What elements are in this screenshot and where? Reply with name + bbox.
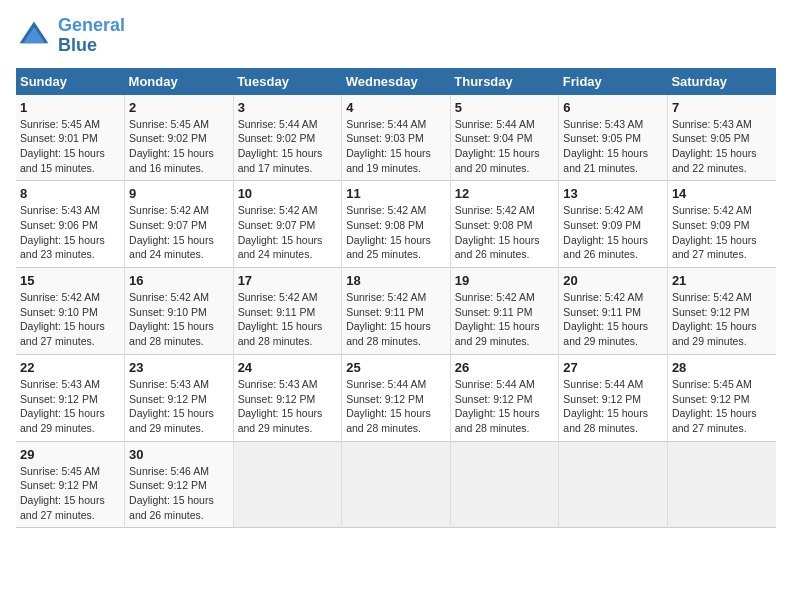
header-tuesday: Tuesday [233,68,342,95]
calendar-week-2: 8Sunrise: 5:43 AM Sunset: 9:06 PM Daylig… [16,181,776,268]
day-number: 5 [455,100,555,115]
day-number: 18 [346,273,446,288]
day-info: Sunrise: 5:43 AM Sunset: 9:12 PM Dayligh… [238,377,338,436]
calendar-cell: 7Sunrise: 5:43 AM Sunset: 9:05 PM Daylig… [667,95,776,181]
calendar-cell: 11Sunrise: 5:42 AM Sunset: 9:08 PM Dayli… [342,181,451,268]
calendar-cell: 16Sunrise: 5:42 AM Sunset: 9:10 PM Dayli… [125,268,234,355]
day-info: Sunrise: 5:42 AM Sunset: 9:11 PM Dayligh… [346,290,446,349]
day-number: 24 [238,360,338,375]
day-number: 4 [346,100,446,115]
calendar-cell: 1Sunrise: 5:45 AM Sunset: 9:01 PM Daylig… [16,95,125,181]
day-number: 23 [129,360,229,375]
calendar-cell [342,441,451,528]
day-number: 28 [672,360,772,375]
day-info: Sunrise: 5:44 AM Sunset: 9:12 PM Dayligh… [455,377,555,436]
day-info: Sunrise: 5:46 AM Sunset: 9:12 PM Dayligh… [129,464,229,523]
day-info: Sunrise: 5:42 AM Sunset: 9:11 PM Dayligh… [455,290,555,349]
calendar-cell: 2Sunrise: 5:45 AM Sunset: 9:02 PM Daylig… [125,95,234,181]
day-number: 19 [455,273,555,288]
day-info: Sunrise: 5:44 AM Sunset: 9:04 PM Dayligh… [455,117,555,176]
day-info: Sunrise: 5:42 AM Sunset: 9:10 PM Dayligh… [129,290,229,349]
calendar-cell: 30Sunrise: 5:46 AM Sunset: 9:12 PM Dayli… [125,441,234,528]
day-info: Sunrise: 5:45 AM Sunset: 9:12 PM Dayligh… [20,464,120,523]
calendar-cell [667,441,776,528]
logo-text: General Blue [58,16,125,56]
day-number: 25 [346,360,446,375]
header-friday: Friday [559,68,668,95]
day-info: Sunrise: 5:43 AM Sunset: 9:05 PM Dayligh… [563,117,663,176]
day-info: Sunrise: 5:43 AM Sunset: 9:06 PM Dayligh… [20,203,120,262]
day-info: Sunrise: 5:42 AM Sunset: 9:11 PM Dayligh… [563,290,663,349]
logo-icon [16,18,52,54]
calendar-cell: 13Sunrise: 5:42 AM Sunset: 9:09 PM Dayli… [559,181,668,268]
day-info: Sunrise: 5:45 AM Sunset: 9:01 PM Dayligh… [20,117,120,176]
day-number: 7 [672,100,772,115]
day-info: Sunrise: 5:42 AM Sunset: 9:07 PM Dayligh… [238,203,338,262]
day-info: Sunrise: 5:42 AM Sunset: 9:07 PM Dayligh… [129,203,229,262]
day-number: 13 [563,186,663,201]
day-info: Sunrise: 5:42 AM Sunset: 9:12 PM Dayligh… [672,290,772,349]
calendar-week-1: 1Sunrise: 5:45 AM Sunset: 9:01 PM Daylig… [16,95,776,181]
day-number: 3 [238,100,338,115]
day-number: 6 [563,100,663,115]
header-sunday: Sunday [16,68,125,95]
day-info: Sunrise: 5:43 AM Sunset: 9:12 PM Dayligh… [129,377,229,436]
calendar-cell: 20Sunrise: 5:42 AM Sunset: 9:11 PM Dayli… [559,268,668,355]
day-number: 27 [563,360,663,375]
day-info: Sunrise: 5:44 AM Sunset: 9:12 PM Dayligh… [346,377,446,436]
day-info: Sunrise: 5:45 AM Sunset: 9:12 PM Dayligh… [672,377,772,436]
day-number: 29 [20,447,120,462]
day-info: Sunrise: 5:42 AM Sunset: 9:10 PM Dayligh… [20,290,120,349]
day-info: Sunrise: 5:45 AM Sunset: 9:02 PM Dayligh… [129,117,229,176]
calendar-cell: 22Sunrise: 5:43 AM Sunset: 9:12 PM Dayli… [16,354,125,441]
calendar-table: SundayMondayTuesdayWednesdayThursdayFrid… [16,68,776,529]
day-info: Sunrise: 5:43 AM Sunset: 9:12 PM Dayligh… [20,377,120,436]
day-info: Sunrise: 5:42 AM Sunset: 9:08 PM Dayligh… [346,203,446,262]
logo: General Blue [16,16,125,56]
calendar-cell: 14Sunrise: 5:42 AM Sunset: 9:09 PM Dayli… [667,181,776,268]
day-info: Sunrise: 5:42 AM Sunset: 9:08 PM Dayligh… [455,203,555,262]
header-thursday: Thursday [450,68,559,95]
calendar-cell: 10Sunrise: 5:42 AM Sunset: 9:07 PM Dayli… [233,181,342,268]
calendar-cell: 9Sunrise: 5:42 AM Sunset: 9:07 PM Daylig… [125,181,234,268]
day-info: Sunrise: 5:44 AM Sunset: 9:12 PM Dayligh… [563,377,663,436]
calendar-cell: 3Sunrise: 5:44 AM Sunset: 9:02 PM Daylig… [233,95,342,181]
calendar-cell [559,441,668,528]
day-number: 22 [20,360,120,375]
day-number: 26 [455,360,555,375]
day-info: Sunrise: 5:43 AM Sunset: 9:05 PM Dayligh… [672,117,772,176]
day-number: 21 [672,273,772,288]
header: General Blue [16,16,776,56]
calendar-cell: 25Sunrise: 5:44 AM Sunset: 9:12 PM Dayli… [342,354,451,441]
calendar-cell: 19Sunrise: 5:42 AM Sunset: 9:11 PM Dayli… [450,268,559,355]
calendar-cell: 27Sunrise: 5:44 AM Sunset: 9:12 PM Dayli… [559,354,668,441]
day-info: Sunrise: 5:42 AM Sunset: 9:09 PM Dayligh… [563,203,663,262]
day-info: Sunrise: 5:44 AM Sunset: 9:03 PM Dayligh… [346,117,446,176]
day-number: 1 [20,100,120,115]
day-number: 15 [20,273,120,288]
day-number: 30 [129,447,229,462]
header-wednesday: Wednesday [342,68,451,95]
calendar-cell: 8Sunrise: 5:43 AM Sunset: 9:06 PM Daylig… [16,181,125,268]
calendar-cell: 21Sunrise: 5:42 AM Sunset: 9:12 PM Dayli… [667,268,776,355]
calendar-cell: 26Sunrise: 5:44 AM Sunset: 9:12 PM Dayli… [450,354,559,441]
calendar-week-4: 22Sunrise: 5:43 AM Sunset: 9:12 PM Dayli… [16,354,776,441]
day-info: Sunrise: 5:44 AM Sunset: 9:02 PM Dayligh… [238,117,338,176]
calendar-cell: 28Sunrise: 5:45 AM Sunset: 9:12 PM Dayli… [667,354,776,441]
calendar-cell: 6Sunrise: 5:43 AM Sunset: 9:05 PM Daylig… [559,95,668,181]
day-number: 10 [238,186,338,201]
day-number: 9 [129,186,229,201]
day-number: 8 [20,186,120,201]
day-number: 14 [672,186,772,201]
calendar-header-row: SundayMondayTuesdayWednesdayThursdayFrid… [16,68,776,95]
calendar-cell: 23Sunrise: 5:43 AM Sunset: 9:12 PM Dayli… [125,354,234,441]
calendar-cell: 17Sunrise: 5:42 AM Sunset: 9:11 PM Dayli… [233,268,342,355]
calendar-cell [233,441,342,528]
day-number: 12 [455,186,555,201]
day-info: Sunrise: 5:42 AM Sunset: 9:11 PM Dayligh… [238,290,338,349]
calendar-cell: 15Sunrise: 5:42 AM Sunset: 9:10 PM Dayli… [16,268,125,355]
day-number: 2 [129,100,229,115]
day-number: 17 [238,273,338,288]
header-saturday: Saturday [667,68,776,95]
calendar-week-5: 29Sunrise: 5:45 AM Sunset: 9:12 PM Dayli… [16,441,776,528]
